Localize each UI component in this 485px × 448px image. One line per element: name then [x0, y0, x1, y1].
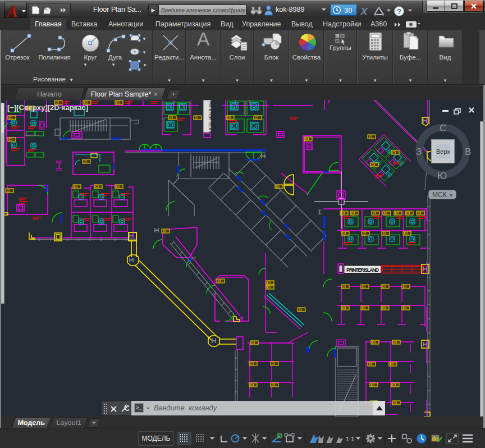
svg-text:A: A — [6, 2, 18, 19]
svg-text:?: ? — [397, 7, 401, 16]
svg-text:X: X — [360, 7, 368, 16]
svg-text:PRINTER ISLAND: PRINTER ISLAND — [346, 267, 379, 273]
svg-text:1:1: 1:1 — [346, 436, 354, 442]
svg-text:PRINTER ISLAN: PRINTER ISLAN — [208, 102, 213, 134]
